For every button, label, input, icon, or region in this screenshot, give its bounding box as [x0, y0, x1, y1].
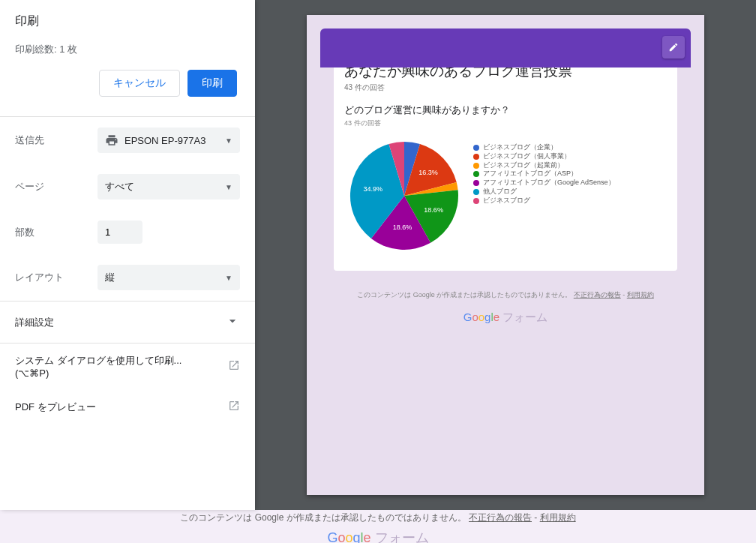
open-external-icon — [228, 359, 240, 374]
copies-input[interactable] — [98, 220, 142, 244]
pages-select[interactable]: すべて ▼ — [98, 174, 240, 200]
preview-google-forms-logo: Google フォーム — [320, 310, 691, 325]
preview-terms-link[interactable]: 利用規約 — [627, 291, 654, 298]
print-button[interactable]: 印刷 — [188, 70, 237, 97]
form-responses: 43 件の回答 — [344, 82, 667, 93]
legend-dot — [473, 154, 479, 160]
legend-label: ビジネスブログ（起業前） — [483, 161, 564, 170]
question-title: どのブログ運営に興味がありますか？ — [344, 104, 667, 117]
legend-item: アフィリエイトブログ（ASP） — [473, 170, 615, 178]
print-total: 印刷総数: 1 枚 — [15, 43, 240, 56]
print-title: 印刷 — [15, 14, 240, 29]
chevron-down-icon — [225, 314, 240, 331]
legend-dot — [473, 189, 479, 195]
page-footer: このコンテンツは Google が作成または承認したものではありません。 不正行… — [0, 510, 756, 543]
printer-icon — [105, 134, 118, 147]
legend-label: ビジネスブログ（企業） — [483, 143, 557, 152]
destination-select[interactable]: EPSON EP-977A3 ▼ — [98, 128, 240, 153]
legend-item: アフィリエイトブログ（Google AdSense） — [473, 178, 615, 187]
legend-label: アフィリエイトブログ（Google AdSense） — [483, 178, 615, 187]
open-external-icon — [228, 400, 240, 414]
print-preview-area: あなたが興味のあるブログ運営投票 43 件の回答 どのブログ運営に興味があります… — [255, 0, 756, 510]
edit-button[interactable] — [662, 36, 685, 58]
pages-label: ページ — [15, 180, 98, 194]
pdf-preview-link[interactable]: PDF をプレビュー — [0, 389, 255, 424]
form-card: あなたが興味のあるブログ運営投票 43 件の回答 どのブログ運営に興味があります… — [334, 54, 677, 271]
copies-label: 部数 — [15, 226, 98, 239]
legend-label: ビジネスブログ（個人事業） — [483, 152, 571, 160]
footer-abuse-link[interactable]: 不正行為の報告 — [469, 512, 532, 523]
legend-dot — [473, 171, 479, 177]
destination-label: 送信先 — [15, 134, 98, 147]
pie-slice-label: 18.6% — [393, 224, 412, 231]
pie-svg — [344, 136, 464, 256]
layout-select[interactable]: 縦 ▼ — [98, 265, 240, 290]
pie-slice-label: 18.6% — [424, 206, 443, 214]
google-forms-logo: Google フォーム — [0, 529, 756, 543]
legend-dot — [473, 163, 479, 169]
footer-text: このコンテンツは Google が作成または承認したものではありません。 — [180, 512, 466, 523]
pencil-icon — [668, 42, 679, 52]
legend-dot — [473, 198, 479, 204]
layout-label: レイアウト — [15, 271, 98, 284]
preview-page: あなたが興味のあるブログ運営投票 43 件の回答 どのブログ運営に興味があります… — [307, 15, 704, 495]
preview-footer: このコンテンツは Google が作成または承認したものではありません。 不正行… — [320, 290, 691, 300]
pie-chart: 16.3%18.6%18.6%34.9% ビジネスブログ（企業）ビジネスブログ（… — [344, 136, 667, 263]
legend-item: ビジネスブログ（企業） — [473, 143, 615, 152]
legend-item: ビジネスブログ — [473, 196, 615, 205]
legend-item: ビジネスブログ（個人事業） — [473, 152, 615, 160]
legend-item: ビジネスブログ（起業前） — [473, 161, 615, 170]
chevron-down-icon: ▼ — [225, 274, 232, 282]
preview-abuse-link[interactable]: 不正行為の報告 — [574, 291, 621, 298]
advanced-settings-toggle[interactable]: 詳細設定 — [0, 301, 255, 343]
legend-label: アフィリエイトブログ（ASP） — [483, 170, 578, 178]
chevron-down-icon: ▼ — [225, 183, 232, 191]
question-responses: 43 件の回答 — [344, 118, 667, 128]
legend-item: 他人ブログ — [473, 188, 615, 196]
footer-terms-link[interactable]: 利用規約 — [540, 512, 576, 523]
chevron-down-icon: ▼ — [225, 136, 232, 145]
chart-legend: ビジネスブログ（企業）ビジネスブログ（個人事業）ビジネスブログ（起業前）アフィリ… — [473, 136, 615, 256]
legend-label: 他人ブログ — [483, 188, 517, 196]
pie-slice-label: 16.3% — [418, 169, 438, 176]
legend-dot — [473, 180, 479, 186]
cancel-button[interactable]: キャンセル — [99, 70, 180, 97]
pie-slice-label: 34.9% — [364, 185, 383, 193]
legend-dot — [473, 145, 479, 151]
system-dialog-link[interactable]: システム ダイアログを使用して印刷... (⌥⌘P) — [0, 344, 255, 389]
print-dialog: 印刷 印刷総数: 1 枚 キャンセル 印刷 送信先 EPSON EP-977A3… — [0, 0, 255, 510]
legend-label: ビジネスブログ — [483, 196, 530, 205]
form-header-bar — [320, 28, 691, 68]
